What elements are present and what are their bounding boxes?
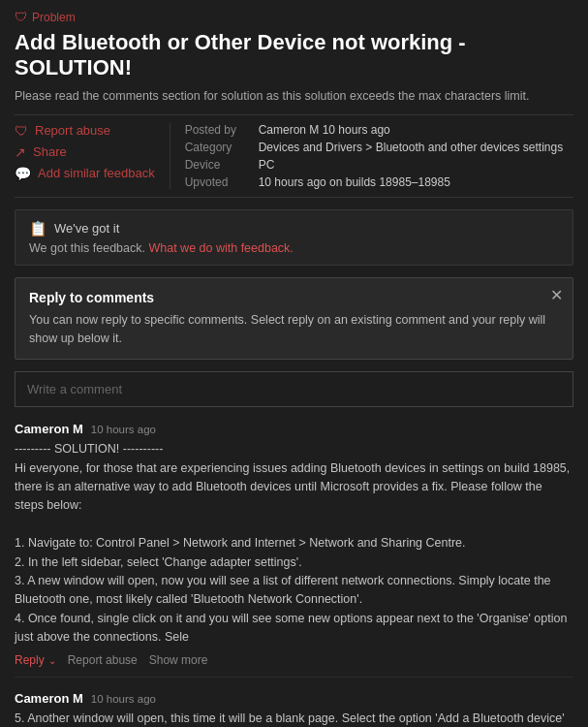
report-abuse-button-1[interactable]: Report abuse (68, 653, 138, 667)
chevron-down-icon: ⌄ (48, 655, 56, 666)
category-label: Category (185, 141, 253, 154)
add-similar-label: Add similar feedback (38, 166, 155, 180)
report-icon: 🛡 (15, 123, 28, 139)
comment-2-text: 5. Another window will open, this time i… (15, 710, 573, 727)
add-similar-icon: 💬 (15, 166, 31, 181)
problem-icon: 🛡 (15, 10, 27, 24)
report-abuse-button[interactable]: 🛡 Report abuse (15, 123, 155, 139)
meta-category: Category Devices and Drivers > Bluetooth… (185, 141, 564, 154)
comment-block-2: Cameron M 10 hours ago 5. Another window… (15, 691, 573, 727)
reply-button-1[interactable]: Reply ⌄ (15, 653, 56, 667)
actions-column: 🛡 Report abuse ↗ Share 💬 Add similar fee… (15, 123, 170, 189)
meta-device: Device PC (185, 158, 564, 172)
reply-banner: Reply to comments You can now reply to s… (15, 277, 573, 361)
problem-label: 🛡 Problem (15, 10, 573, 24)
reply-banner-title: Reply to comments (29, 290, 559, 305)
we-got-it-icon: 📋 (29, 220, 47, 237)
write-comment-box[interactable]: Write a comment (15, 371, 573, 407)
reply-banner-text: You can now reply to specific comments. … (29, 311, 559, 348)
upvoted-label: Upvoted (185, 175, 253, 189)
posted-by-label: Posted by (185, 123, 253, 137)
device-label: Device (185, 158, 253, 172)
comment-1-author: Cameron M (15, 422, 83, 436)
we-got-it-link[interactable]: What we do with feedback. (148, 241, 293, 255)
comment-2-time: 10 hours ago (91, 693, 156, 705)
share-button[interactable]: ↗ Share (15, 144, 155, 160)
meta-upvoted: Upvoted 10 hours ago on builds 18985–189… (185, 175, 564, 189)
we-got-it-header: 📋 We've got it (29, 220, 559, 237)
subtitle: Please read the comments section for sol… (15, 89, 573, 103)
we-got-it-title: We've got it (54, 221, 119, 236)
show-more-button-1[interactable]: Show more (149, 653, 208, 667)
we-got-it-box: 📋 We've got it We got this feedback. Wha… (15, 209, 573, 266)
comment-1-time: 10 hours ago (91, 424, 156, 435)
comment-2-author: Cameron M (15, 691, 83, 706)
posted-by-value: Cameron M 10 hours ago (259, 123, 390, 137)
comments-list: Cameron M 10 hours ago --------- SOLUTIO… (15, 422, 573, 727)
add-similar-button[interactable]: 💬 Add similar feedback (15, 166, 155, 181)
report-abuse-label: Report abuse (35, 123, 110, 138)
comment-1-text: --------- SOLUTION! ---------- Hi everyo… (15, 440, 573, 647)
we-got-it-text: We got this feedback. What we do with fe… (29, 241, 559, 255)
reply-banner-close-button[interactable]: ✕ (550, 288, 563, 303)
report-1-label: Report abuse (68, 653, 138, 667)
reply-1-label: Reply (15, 653, 45, 667)
upvoted-value: 10 hours ago on builds 18985–18985 (259, 175, 450, 189)
main-title: Add Bluetooth or Other Device not workin… (15, 30, 573, 81)
show-more-1-label: Show more (149, 653, 208, 667)
page-wrapper: 🛡 Problem Add Bluetooth or Other Device … (0, 0, 588, 727)
meta-column: Posted by Cameron M 10 hours ago Categor… (170, 123, 564, 189)
share-label: Share (33, 144, 67, 159)
device-value: PC (259, 158, 275, 172)
close-icon: ✕ (550, 287, 563, 303)
category-value: Devices and Drivers > Bluetooth and othe… (259, 141, 564, 154)
comment-block-1: Cameron M 10 hours ago --------- SOLUTIO… (15, 422, 573, 678)
comment-2-header: Cameron M 10 hours ago (15, 691, 573, 706)
meta-posted-by: Posted by Cameron M 10 hours ago (185, 123, 564, 137)
share-icon: ↗ (15, 144, 26, 160)
comment-1-header: Cameron M 10 hours ago (15, 422, 573, 436)
comment-1-actions: Reply ⌄ Report abuse Show more (15, 653, 573, 667)
problem-text: Problem (32, 11, 76, 24)
actions-meta-row: 🛡 Report abuse ↗ Share 💬 Add similar fee… (15, 114, 573, 198)
write-comment-placeholder: Write a comment (27, 382, 122, 396)
we-got-it-before-link: We got this feedback. (29, 241, 148, 255)
